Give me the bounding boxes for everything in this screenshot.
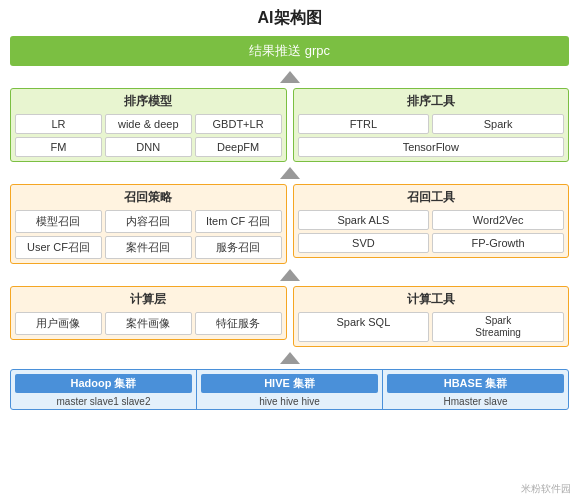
cell-fm: FM	[15, 137, 102, 157]
cell-user-cf: User CF召回	[15, 236, 102, 259]
arrow-up-icon	[280, 71, 300, 83]
arrow-4	[10, 352, 569, 364]
cell-svd: SVD	[298, 233, 430, 253]
compute-layer-row1: 用户画像 案件画像 特征服务	[15, 312, 282, 335]
sorting-tools-grid-row2: TensorFlow	[298, 137, 565, 157]
cluster-hbase-header: HBASE 集群	[387, 374, 564, 393]
page-title: AI架构图	[10, 8, 569, 29]
cluster-hive: HIVE 集群 hive hive hive	[197, 370, 383, 409]
sorting-model-header: 排序模型	[15, 93, 282, 110]
col-sorting-tools: 排序工具 FTRL Spark TensorFlow	[293, 88, 570, 162]
cluster-hbase-nodes: Hmaster slave	[387, 396, 564, 407]
section-sorting-tools: 排序工具 FTRL Spark TensorFlow	[293, 88, 570, 162]
col-recall-tools: 召回工具 Spark ALS Word2Vec SVD FP-Growth	[293, 184, 570, 264]
cell-tensorflow: TensorFlow	[298, 137, 565, 157]
cluster-hbase: HBASE 集群 Hmaster slave	[383, 370, 568, 409]
section-compute-layer: 计算层 用户画像 案件画像 特征服务	[10, 286, 287, 340]
sorting-model-grid-row1: LR wide & deep GBDT+LR	[15, 114, 282, 134]
cluster-hive-nodes: hive hive hive	[201, 396, 378, 407]
sorting-tools-header: 排序工具	[298, 93, 565, 110]
cell-case-recall: 案件召回	[105, 236, 192, 259]
cell-service-recall: 服务召回	[195, 236, 282, 259]
recall-strategy-row2: User CF召回 案件召回 服务召回	[15, 236, 282, 259]
cell-spark: Spark	[432, 114, 564, 134]
arrow-up-icon-3	[280, 269, 300, 281]
cell-item-cf: Item CF 召回	[195, 210, 282, 233]
col-compute-tools: 计算工具 Spark SQL SparkStreaming	[293, 286, 570, 347]
arrow-up-icon-4	[280, 352, 300, 364]
cell-gbdt: GBDT+LR	[195, 114, 282, 134]
recall-tools-row1: Spark ALS Word2Vec	[298, 210, 565, 230]
compute-tools-row1: Spark SQL SparkStreaming	[298, 312, 565, 342]
cell-wide-deep: wide & deep	[105, 114, 192, 134]
cell-deepfm: DeepFM	[195, 137, 282, 157]
cell-spark-sql: Spark SQL	[298, 312, 430, 342]
sorting-tools-grid-row1: FTRL Spark	[298, 114, 565, 134]
arrow-2	[10, 167, 569, 179]
row-recall: 召回策略 模型召回 内容召回 Item CF 召回 User CF召回 案件召回…	[10, 184, 569, 264]
main-container: AI架构图 结果推送 grpc 排序模型 LR wide & deep GBDT…	[0, 0, 579, 500]
grpc-bar: 结果推送 grpc	[10, 36, 569, 66]
row-compute: 计算层 用户画像 案件画像 特征服务 计算工具 Spark SQL SparkS…	[10, 286, 569, 347]
cluster-hadoop: Hadoop 集群 master slave1 slave2	[11, 370, 197, 409]
cluster-hadoop-header: Hadoop 集群	[15, 374, 192, 393]
sorting-model-grid-row2: FM DNN DeepFM	[15, 137, 282, 157]
section-sorting-model: 排序模型 LR wide & deep GBDT+LR FM DNN DeepF…	[10, 88, 287, 162]
cell-user-profile: 用户画像	[15, 312, 102, 335]
cell-content-recall: 内容召回	[105, 210, 192, 233]
arrow-1	[10, 71, 569, 83]
watermark: 米粉软件园	[521, 482, 571, 496]
arrow-3	[10, 269, 569, 281]
cell-dnn: DNN	[105, 137, 192, 157]
cell-feature-service: 特征服务	[195, 312, 282, 335]
cell-ftrl: FTRL	[298, 114, 430, 134]
recall-tools-header: 召回工具	[298, 189, 565, 206]
row-sorting: 排序模型 LR wide & deep GBDT+LR FM DNN DeepF…	[10, 88, 569, 162]
row-clusters: Hadoop 集群 master slave1 slave2 HIVE 集群 h…	[10, 369, 569, 410]
col-recall-strategy: 召回策略 模型召回 内容召回 Item CF 召回 User CF召回 案件召回…	[10, 184, 287, 264]
cell-model-recall: 模型召回	[15, 210, 102, 233]
cell-spark-streaming: SparkStreaming	[432, 312, 564, 342]
recall-tools-row2: SVD FP-Growth	[298, 233, 565, 253]
section-recall-tools: 召回工具 Spark ALS Word2Vec SVD FP-Growth	[293, 184, 570, 258]
cluster-hive-header: HIVE 集群	[201, 374, 378, 393]
section-recall-strategy: 召回策略 模型召回 内容召回 Item CF 召回 User CF召回 案件召回…	[10, 184, 287, 264]
compute-layer-header: 计算层	[15, 291, 282, 308]
compute-tools-header: 计算工具	[298, 291, 565, 308]
cluster-hadoop-nodes: master slave1 slave2	[15, 396, 192, 407]
cell-fp-growth: FP-Growth	[432, 233, 564, 253]
arrow-up-icon-2	[280, 167, 300, 179]
cell-spark-als: Spark ALS	[298, 210, 430, 230]
recall-strategy-header: 召回策略	[15, 189, 282, 206]
col-compute-layer: 计算层 用户画像 案件画像 特征服务	[10, 286, 287, 347]
section-compute-tools: 计算工具 Spark SQL SparkStreaming	[293, 286, 570, 347]
cell-lr: LR	[15, 114, 102, 134]
recall-strategy-row1: 模型召回 内容召回 Item CF 召回	[15, 210, 282, 233]
cell-case-profile: 案件画像	[105, 312, 192, 335]
col-sorting-model: 排序模型 LR wide & deep GBDT+LR FM DNN DeepF…	[10, 88, 287, 162]
cell-word2vec: Word2Vec	[432, 210, 564, 230]
